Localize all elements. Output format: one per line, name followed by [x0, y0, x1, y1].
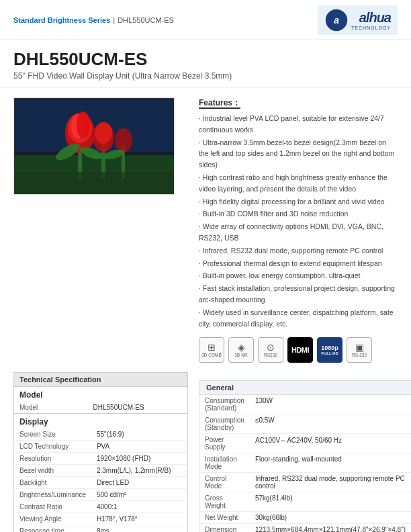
product-image [13, 97, 175, 195]
feature-item: · High contrast ratio and high brightnes… [199, 172, 398, 195]
icon-label: 3D COMB [201, 353, 222, 357]
general-value: 1213.5mm×684.4mm×121.1mm(47.8"×26.9"×4.8… [250, 524, 411, 532]
spec-value: 8ms [91, 525, 188, 532]
feature-item: · Fast stack installation, professional … [199, 283, 398, 306]
spec-row: Resolution1920×1080 (FHD) [14, 453, 188, 465]
icon-sym: ⊞ [208, 343, 216, 352]
icon-label: RS-232 [352, 353, 367, 357]
icon-label: RS232 [264, 353, 277, 357]
spec-row: Contrast Ratio4000:1 [14, 501, 188, 513]
spec-row: ModelDHL550UCM-ES [14, 402, 188, 414]
icon-badge: ▣RS-232 [347, 337, 372, 363]
spec-value: 2.3mm(L/L), 1.2mm(R/B) [91, 465, 188, 477]
spec-row: Bezel width2.3mm(L/L), 1.2mm(R/B) [14, 465, 188, 477]
header-separator: | [113, 16, 115, 24]
general-label: Control Mode [199, 473, 250, 492]
spec-section-title: Model [13, 387, 188, 402]
spec-row: Response time8ms [14, 525, 188, 532]
general-label: Consumption (Standby) [199, 414, 250, 434]
bottom-area: Technical Specification ModelModelDHL550… [0, 372, 411, 532]
spec-value: 4000:1 [91, 501, 188, 513]
spec-value: H178°, V178° [91, 513, 188, 525]
product-subtitle: 55'' FHD Video Wall Display Unit (Ultra … [13, 71, 398, 81]
fhd-bottom: FULL HD [321, 351, 338, 355]
product-title: DHL550UCM-ES [13, 49, 398, 70]
svg-point-14 [115, 128, 132, 152]
feature-item: · Widely used in surveillance center, di… [199, 307, 398, 330]
series-label: Standard Brightness Series [13, 16, 110, 24]
spec-section-title: Display [13, 414, 188, 429]
header-model: DHL550UCM-ES [118, 16, 174, 24]
feature-item: · Infrared, RS232 dual mode, supporting … [199, 245, 398, 257]
logo-text-group: alhua TECHNOLOGY [351, 10, 391, 30]
icon-label: 3D NR [234, 353, 248, 357]
spec-value: PVA [91, 441, 188, 453]
spec-label: Backlight [14, 477, 91, 489]
icon-badge: ◈3D NR [228, 337, 254, 363]
general-value: 30kg(66lb) [250, 512, 411, 524]
general-row: Net Weight30kg(66lb) [199, 512, 412, 524]
icons-row: ⊞3D COMB◈3D NR⊙RS232HDMI1080pFULL HD▣RS-… [199, 337, 398, 363]
general-label: Gross Weight [199, 492, 250, 512]
general-row: Consumption (Standby)≤0.5W [199, 414, 412, 434]
general-body: Consumption (Standard)130WConsumption (S… [199, 395, 411, 532]
general-value: 130W [250, 395, 411, 414]
general-value: 57kg(81.4lb) [250, 492, 411, 512]
spec-row: Screen Size55"(16:9) [14, 429, 188, 441]
spec-value: 500 cd/m² [91, 489, 188, 501]
spec-label: LCD Technology [14, 441, 91, 453]
logo-brand: alhua [359, 10, 391, 26]
spec-label: Brightness/Luminance [14, 489, 91, 501]
feature-item: · Wide array of connectivity options HDM… [199, 221, 398, 244]
icon-badge: HDMI [287, 337, 313, 363]
spec-table: ModelDHL550UCM-ES [13, 402, 188, 414]
tech-spec-column: Technical Specification ModelModelDHL550… [13, 372, 188, 532]
icon-sym: ◈ [238, 343, 245, 352]
general-column: General Consumption (Standard)130WConsum… [199, 372, 411, 532]
spec-value: 55"(16:9) [91, 429, 188, 441]
fhd-top: 1080p [321, 345, 338, 351]
general-label: Installation Mode [199, 453, 250, 473]
alhua-logo-icon: a [324, 8, 349, 32]
general-value: Infrared, RS232 dual mode, supporting re… [250, 473, 411, 492]
features-section: Features： · Industrial level PVA LCD pan… [199, 97, 398, 329]
general-value: ≤0.5W [250, 414, 411, 434]
tech-spec-header: Technical Specification [13, 372, 188, 387]
general-label: Net Weight [199, 512, 250, 524]
general-value: AC100V～AC240V, 50/60 Hz [250, 434, 411, 453]
general-label: Dimension (W×H×D) [199, 524, 250, 532]
spec-value: DHL550UCM-ES [88, 402, 188, 414]
general-label: Consumption (Standard) [199, 395, 250, 414]
features-list: · Industrial level PVA LCD panel, suitab… [199, 113, 398, 329]
feature-item: · Built-in power, low energy consumption… [199, 270, 398, 281]
general-table: Consumption (Standard)130WConsumption (S… [199, 395, 411, 532]
general-row: Dimension (W×H×D)1213.5mm×684.4mm×121.1m… [199, 524, 412, 532]
page-header: Standard Brightness Series | DHL550UCM-E… [0, 0, 411, 40]
spec-value: 1920×1080 (FHD) [91, 453, 188, 465]
spec-label: Screen Size [14, 429, 91, 441]
spec-label: Viewing Angle [14, 513, 91, 525]
general-row: Consumption (Standard)130W [199, 395, 412, 414]
spec-label: Resolution [14, 453, 91, 465]
general-value: Floor-standing, wall-mounted [250, 453, 411, 473]
spec-label: Response time [14, 525, 91, 532]
feature-item: · Industrial level PVA LCD panel, suitab… [199, 113, 398, 136]
features-title: Features： [199, 97, 398, 109]
general-label: Power Supply [199, 434, 250, 453]
left-column [13, 97, 188, 363]
icon-sym: ▣ [355, 343, 364, 352]
main-content: Features： · Industrial level PVA LCD pan… [0, 88, 411, 372]
icon-badge: ⊙RS232 [258, 337, 283, 363]
right-column: Features： · Industrial level PVA LCD pan… [199, 97, 398, 363]
spec-row: Viewing AngleH178°, V178° [14, 513, 188, 525]
tech-spec: Technical Specification ModelModelDHL550… [13, 372, 188, 532]
svg-text:a: a [334, 15, 339, 26]
spec-row: BacklightDirect LED [14, 477, 188, 489]
feature-item: · Professional thermal design to extend … [199, 258, 398, 269]
general-row: Installation ModeFloor-standing, wall-mo… [199, 453, 412, 473]
product-image-svg [14, 98, 175, 195]
general-header: General [199, 380, 411, 395]
spec-row: LCD TechnologyPVA [14, 441, 188, 453]
general-row: Power SupplyAC100V～AC240V, 50/60 Hz [199, 434, 412, 453]
spec-label: Contrast Ratio [14, 501, 91, 513]
